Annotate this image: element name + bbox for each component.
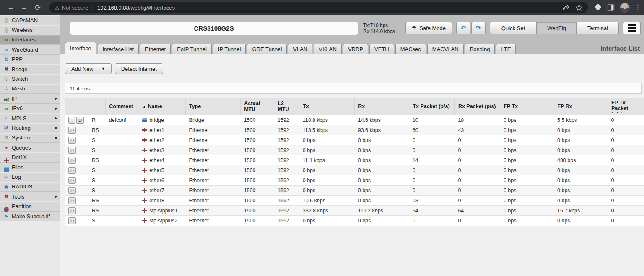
interface-name[interactable]: sfp-sfpplus1 <box>149 208 177 214</box>
table-row-ether7[interactable]: DSether7Ethernet150015920 bps0 bps000 bp… <box>65 186 644 196</box>
address-bar[interactable]: ⚠ Not secure | 192.168.0.88 /webfig/#Int… <box>49 2 588 13</box>
profile-avatar[interactable] <box>620 3 630 13</box>
tab-macvlan[interactable]: MACVLAN <box>427 44 464 54</box>
table-row-sfp-sfpplus2[interactable]: DSsfp-sfpplus2Ethernet150015920 bps0 bps… <box>65 216 644 226</box>
interface-name[interactable]: bridge <box>149 117 164 123</box>
disable-button[interactable]: D <box>68 197 76 204</box>
interface-name[interactable]: ether8 <box>149 198 164 204</box>
tab-macsec[interactable]: MACsec <box>395 44 426 54</box>
sidebar-item-system[interactable]: System► <box>0 133 60 143</box>
table-row-ether1[interactable]: DRSether1Ethernet15001592113.5 kbps93.6 … <box>65 125 644 135</box>
column-header-fp_rx[interactable]: FP Rx <box>554 98 608 115</box>
hamburger-menu-button[interactable] <box>623 22 641 34</box>
tab-vxlan[interactable]: VXLAN <box>314 44 342 54</box>
detect-internet-button[interactable]: Detect Internet <box>115 63 163 74</box>
interface-name[interactable]: ether7 <box>149 188 164 193</box>
safe-mode-button[interactable]: ☂ Safe Mode <box>405 22 452 34</box>
share-icon[interactable] <box>563 4 570 11</box>
column-header-fp_tx_packet[interactable]: FP Tx Packet (p/s) <box>608 98 644 115</box>
column-header-type[interactable]: Type <box>186 98 241 115</box>
terminal-button[interactable]: Terminal <box>577 22 619 34</box>
sidebar-item-radius[interactable]: RADIUS <box>0 182 60 192</box>
sidebar-item-supout[interactable]: Make Supout.rif <box>0 212 60 221</box>
column-header-tx_packet[interactable]: Tx Packet (p/s) <box>409 98 455 115</box>
sidebar-item-log[interactable]: Log <box>0 172 60 182</box>
forward-icon[interactable]: → <box>18 3 31 12</box>
sidebar-item-ip[interactable]: IP► <box>0 94 60 103</box>
sidebar-item-routing[interactable]: Routing► <box>0 123 60 133</box>
tab-lte[interactable]: LTE <box>496 44 516 54</box>
disable-button[interactable]: D <box>68 217 76 224</box>
sidebar-item-wireless[interactable]: Wireless <box>0 25 60 35</box>
back-icon[interactable]: ← <box>4 3 18 12</box>
sidebar-item-bridge[interactable]: Bridge <box>0 64 60 74</box>
interface-name[interactable]: ether4 <box>149 157 164 163</box>
sidebar-item-files[interactable]: Files <box>0 163 60 172</box>
column-header-flags[interactable] <box>88 98 106 115</box>
column-header-fp_tx[interactable]: FP Tx <box>500 98 554 115</box>
bookmark-star-icon[interactable] <box>576 4 583 11</box>
tab-gre-tunnel[interactable]: GRE Tunnel <box>247 44 287 54</box>
side-panel-icon[interactable] <box>607 4 615 11</box>
add-new-button[interactable]: Add New ▼ <box>65 63 112 74</box>
tab-ip-tunnel[interactable]: IP Tunnel <box>213 44 246 54</box>
disable-button[interactable]: D <box>68 207 76 214</box>
sidebar-item-queues[interactable]: Queues <box>0 143 60 152</box>
tab-vrrp[interactable]: VRRP <box>343 44 368 54</box>
sidebar-item-ipv6[interactable]: IPv6► <box>0 104 60 113</box>
column-header-comment[interactable]: Comment <box>106 98 139 115</box>
sidebar-item-ppp[interactable]: PPP <box>0 55 60 64</box>
column-header-l2_mtu[interactable]: L2 MTU <box>274 98 299 115</box>
tab-interface[interactable]: Interface <box>65 42 96 54</box>
disable-button[interactable]: D <box>68 127 76 134</box>
column-header-rx[interactable]: Rx <box>355 98 409 115</box>
column-header-buttons[interactable] <box>65 98 88 115</box>
chrome-menu-icon[interactable]: ⋮ <box>635 4 640 11</box>
sidebar-item-wireguard[interactable]: WireGuard <box>0 45 60 54</box>
interface-name[interactable]: ether5 <box>149 168 164 173</box>
column-header-tx[interactable]: Tx <box>299 98 355 115</box>
redo-button[interactable]: ↷ <box>471 22 486 34</box>
reload-icon[interactable]: ⟳ <box>31 3 44 12</box>
sidebar-item-switch[interactable]: Switch <box>0 74 60 84</box>
disable-button[interactable]: D <box>68 157 76 164</box>
disable-button[interactable]: D <box>68 177 76 184</box>
column-header-name[interactable]: ▲Name <box>139 98 185 115</box>
sidebar-item-dot1x[interactable]: Dot1X <box>0 152 60 162</box>
column-header-rx_packet[interactable]: Rx Packet (p/s) <box>454 98 500 115</box>
interface-name[interactable]: sfp-sfpplus2 <box>149 218 177 224</box>
extensions-icon[interactable] <box>595 4 602 11</box>
table-row-ether5[interactable]: DSether5Ethernet150015920 bps0 bps000 bp… <box>65 165 644 175</box>
table-row-ether6[interactable]: DSether6Ethernet150015920 bps0 bps000 bp… <box>65 175 644 186</box>
table-row-ether4[interactable]: DRSether4Ethernet1500159211.1 kbps0 bps1… <box>65 155 644 165</box>
sidebar-item-interfaces[interactable]: Interfaces <box>0 35 60 45</box>
tab-eoip-tunnel[interactable]: EoIP Tunnel <box>172 44 212 54</box>
disable-button[interactable]: D <box>68 147 76 154</box>
sidebar-item-mesh[interactable]: Mesh <box>0 84 60 94</box>
tab-veth[interactable]: VETH <box>369 44 394 54</box>
disable-button[interactable]: D <box>76 117 84 124</box>
table-row-sfp-sfpplus1[interactable]: DRSsfp-sfpplus1Ethernet15001592332.8 kbp… <box>65 206 644 216</box>
minus-button[interactable]: - <box>68 117 75 124</box>
quick-set-button[interactable]: Quick Set <box>490 22 537 34</box>
tab-interface-list[interactable]: Interface List <box>98 44 139 54</box>
undo-button[interactable]: ↶ <box>456 22 470 34</box>
disable-button[interactable]: D <box>68 137 76 144</box>
table-row-bridge[interactable]: -DRdefconfbridgeBridge15001592118.8 kbps… <box>65 115 644 125</box>
sidebar-item-capsman[interactable]: CAPsMAN <box>0 15 60 25</box>
sidebar-item-mpls[interactable]: MPLS► <box>0 113 60 123</box>
disable-button[interactable]: D <box>68 187 76 194</box>
column-header-actual_mtu[interactable]: Actual MTU <box>241 98 274 115</box>
interface-name[interactable]: ether1 <box>149 127 164 133</box>
sidebar-item-tools[interactable]: Tools► <box>0 192 60 201</box>
interface-name[interactable]: ether2 <box>149 137 164 143</box>
interface-name[interactable]: ether3 <box>149 147 164 153</box>
interface-name[interactable]: ether6 <box>149 178 164 183</box>
tab-ethernet[interactable]: Ethernet <box>140 44 171 54</box>
sidebar-item-partition[interactable]: Partition <box>0 201 60 211</box>
disable-button[interactable]: D <box>68 167 76 174</box>
table-row-ether3[interactable]: DSether3Ethernet150015920 bps0 bps000 bp… <box>65 145 644 155</box>
tab-bonding[interactable]: Bonding <box>465 44 495 54</box>
tab-vlan[interactable]: VLAN <box>288 44 312 54</box>
table-row-ether2[interactable]: DSether2Ethernet150015920 bps0 bps000 bp… <box>65 135 644 145</box>
